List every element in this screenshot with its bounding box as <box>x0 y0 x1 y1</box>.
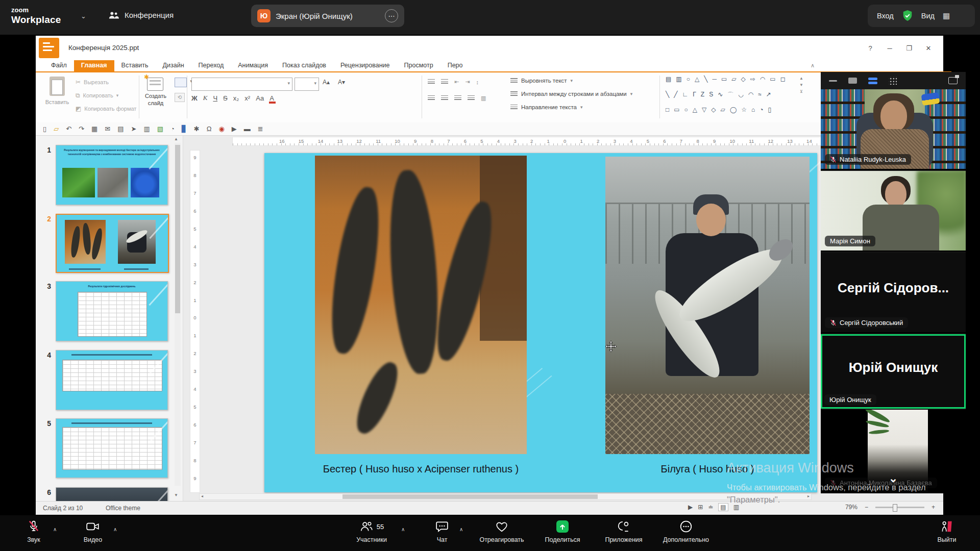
fullscreen-view-icon[interactable] <box>848 78 857 84</box>
new-slide-icon[interactable] <box>147 78 163 91</box>
audio-button[interactable]: Звук <box>15 519 52 543</box>
shape-icon[interactable]: Z <box>701 91 704 99</box>
qat-icon[interactable]: ↶ <box>66 125 71 133</box>
shape-icon[interactable]: △ <box>693 106 697 113</box>
slide-thumbnail-3[interactable]: Результати гідрохімічних досліджень <box>56 281 168 341</box>
shape-icon[interactable]: ◡ <box>738 91 743 99</box>
strikethrough-button[interactable]: S <box>223 94 228 102</box>
shape-icon[interactable]: ▤ <box>666 76 671 83</box>
zoom-percent[interactable]: 79% <box>845 504 857 511</box>
align-text-button[interactable]: Выровнять текст ▾ <box>510 78 573 84</box>
qat-icon[interactable]: ▱ <box>54 125 59 133</box>
align-right-icon[interactable] <box>454 95 461 101</box>
shape-icon[interactable]: ▽ <box>702 106 706 113</box>
shape-icon[interactable]: S <box>709 91 713 99</box>
participants-button[interactable]: 55 Участники <box>351 519 392 543</box>
tab-design[interactable]: Дизайн <box>156 60 191 71</box>
slide-thumbnail-4[interactable] <box>56 350 168 410</box>
columns-icon[interactable]: ▥ <box>481 95 486 102</box>
shape-icon[interactable]: ▥ <box>676 76 681 83</box>
shape-icon[interactable]: ◔ <box>760 106 763 113</box>
participant-tile-5[interactable]: Антоніна Миколаївна Базаєва ⌄ <box>821 410 966 493</box>
shape-icon[interactable]: ○ <box>684 106 688 113</box>
italic-button[interactable]: К <box>203 94 208 102</box>
shape-icon[interactable]: ◇ <box>741 76 746 83</box>
qat-icon[interactable]: ▬ <box>244 125 251 133</box>
participant-tile-1[interactable]: Nataliia Rudyk-Leuska <box>821 89 966 170</box>
font-color-button[interactable]: А <box>270 94 274 102</box>
bullets-icon[interactable] <box>428 79 435 85</box>
chat-options-chevron[interactable]: ∧ <box>459 527 463 532</box>
shape-icon[interactable]: ≈ <box>758 91 762 99</box>
view-grid-icon[interactable]: ▦ <box>943 11 950 20</box>
shape-icon[interactable]: ╲ <box>704 76 707 83</box>
leave-button[interactable]: Выйти <box>929 519 965 543</box>
superscript-button[interactable]: x² <box>244 94 250 102</box>
slide-sorter-icon[interactable]: ⊞ <box>698 504 703 511</box>
sign-in-button[interactable]: Вход <box>877 12 894 20</box>
shape-icon[interactable]: ▭ <box>721 76 727 83</box>
text-direction-button[interactable]: Направление текста ▾ <box>510 104 583 110</box>
shape-icon[interactable]: ◠ <box>748 91 753 99</box>
share-screen-button[interactable]: Поделиться <box>539 519 586 543</box>
qat-icon[interactable]: ▦ <box>91 125 97 133</box>
slide-thumbnail-6[interactable] <box>56 487 168 501</box>
font-name-combobox[interactable] <box>191 78 292 91</box>
numbering-icon[interactable] <box>441 79 448 85</box>
shape-icon[interactable]: ◇ <box>711 106 716 113</box>
shape-icon[interactable]: ╲ <box>666 91 669 99</box>
slide-thumbnail-1[interactable]: Результати відтворення та вирощування мо… <box>56 145 168 205</box>
paste-button[interactable]: Вставить <box>44 77 70 105</box>
grow-font-button[interactable]: А▴ <box>323 79 330 86</box>
qat-icon[interactable]: ✉ <box>105 125 110 133</box>
minimize-panel-icon[interactable] <box>829 80 837 82</box>
collapse-ribbon-icon[interactable]: ∧ <box>811 62 815 69</box>
zoom-out-button[interactable]: − <box>865 504 868 511</box>
scroll-right-icon[interactable]: ▸ <box>807 494 810 498</box>
participants-options-chevron[interactable]: ∧ <box>401 527 405 532</box>
change-case-button[interactable]: Аа <box>256 94 264 102</box>
share-tab-more-button[interactable]: ⋯ <box>385 9 398 22</box>
qat-icon[interactable]: ◔ <box>170 125 175 133</box>
audio-options-chevron[interactable]: ∧ <box>53 527 57 532</box>
slide-thumbnail-5[interactable] <box>56 418 168 478</box>
new-slide-button[interactable]: Создать слайд <box>141 93 170 107</box>
font-size-combobox[interactable] <box>295 78 319 91</box>
zoom-in-button[interactable]: + <box>932 504 935 511</box>
tab-transitions[interactable]: Переход <box>191 60 231 71</box>
react-button[interactable]: Отреагировать <box>474 519 530 543</box>
shrink-font-button[interactable]: А▾ <box>338 79 345 86</box>
popout-panel-icon[interactable] <box>948 77 958 84</box>
shape-icon[interactable]: ○ <box>687 76 690 83</box>
speaker-view-icon[interactable] <box>868 78 877 84</box>
shape-icon[interactable]: ╱ <box>674 91 677 99</box>
restore-button[interactable]: ❐ <box>899 44 919 52</box>
shape-icon[interactable]: ∟ <box>682 91 688 99</box>
participant-tile-2[interactable]: Марія Симон <box>821 171 966 252</box>
line-spacing-button[interactable]: Интервал между строками и абзацами ▾ <box>510 91 632 97</box>
tab-animations[interactable]: Анимация <box>231 60 275 71</box>
shapes-scroll-buttons[interactable]: ▲▼⊻ <box>797 76 805 95</box>
shape-icon[interactable]: ▱ <box>721 106 725 113</box>
participant-tile-4-active-speaker[interactable]: Юрій Онищук Юрій Онищук <box>821 334 966 409</box>
screen-share-tab[interactable]: Ю Экран (Юрій Онищук) ⋯ <box>251 5 404 27</box>
qat-icon[interactable]: ↷ <box>79 125 84 133</box>
justify-icon[interactable] <box>468 95 475 101</box>
shape-icon[interactable]: ◯ <box>730 106 737 113</box>
shape-icon[interactable]: ◻ <box>780 76 786 83</box>
qat-icon[interactable]: ▧ <box>157 125 163 133</box>
decrease-indent-icon[interactable]: ⇤ <box>454 79 459 85</box>
tab-pen[interactable]: Перо <box>440 60 470 71</box>
qat-icon[interactable]: ➤ <box>131 125 136 133</box>
align-left-icon[interactable] <box>428 95 435 101</box>
shape-icon[interactable]: □ <box>666 106 669 113</box>
slide-thumbnail-2-selected[interactable] <box>56 214 169 273</box>
qat-icon[interactable]: ▤ <box>117 125 124 133</box>
video-button[interactable]: Видео <box>75 519 111 543</box>
caption-bester[interactable]: Бестер ( Huso huso x Acipenser ruthenus … <box>315 463 527 475</box>
horizontal-scrollbar[interactable]: ◂ ▸ <box>199 493 812 500</box>
more-button[interactable]: Дополнительно <box>657 519 715 543</box>
shape-icon[interactable]: ▭ <box>770 76 775 83</box>
shape-icon[interactable]: ▭ <box>674 106 679 113</box>
line-spacing-icon[interactable]: ↕ <box>476 79 479 85</box>
